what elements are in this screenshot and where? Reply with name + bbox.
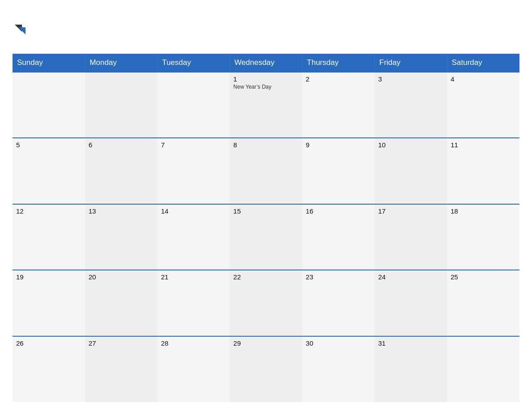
day-number: 28	[161, 339, 226, 347]
calendar-cell: 11	[447, 138, 519, 204]
day-number: 10	[378, 141, 444, 149]
calendar-cell: 23	[302, 270, 375, 336]
calendar-cell: 24	[375, 270, 447, 336]
logo-icon	[14, 23, 26, 35]
calendar-cell: 4	[447, 72, 519, 138]
calendar-page: SundayMondayTuesdayWednesdayThursdayFrid…	[0, 0, 532, 411]
day-number: 19	[16, 273, 82, 281]
weekday-header-thursday: Thursday	[302, 54, 375, 72]
calendar-cell: 25	[447, 270, 519, 336]
day-number: 12	[16, 207, 82, 215]
weekday-header-row: SundayMondayTuesdayWednesdayThursdayFrid…	[13, 54, 519, 72]
calendar-week-row: 19202122232425	[13, 270, 519, 336]
weekday-header-sunday: Sunday	[13, 54, 85, 72]
calendar-cell: 14	[157, 204, 230, 270]
calendar-cell: 20	[85, 270, 158, 336]
day-number: 26	[16, 339, 82, 347]
calendar-cell: 9	[302, 138, 375, 204]
day-number: 1	[233, 75, 299, 83]
day-number: 30	[306, 339, 371, 347]
calendar-cell: 17	[375, 204, 447, 270]
day-number: 9	[306, 141, 371, 149]
day-number: 31	[378, 339, 444, 347]
day-number: 24	[378, 273, 444, 281]
calendar-cell: 31	[375, 336, 447, 402]
weekday-header-monday: Monday	[85, 54, 158, 72]
calendar-cell: 1New Year’s Day	[230, 72, 302, 138]
calendar-cell: 6	[85, 138, 158, 204]
calendar-cell: 13	[85, 204, 158, 270]
calendar-cell: 28	[157, 336, 230, 402]
day-number: 29	[233, 339, 299, 347]
calendar-cell: 18	[447, 204, 519, 270]
calendar-cell: 12	[13, 204, 85, 270]
calendar-cell: 2	[302, 72, 375, 138]
calendar-cell: 27	[85, 336, 158, 402]
calendar-cell: 15	[230, 204, 302, 270]
calendar-cell: 3	[375, 72, 447, 138]
calendar-cell	[447, 336, 519, 402]
logo-triangle-icon	[14, 23, 26, 35]
day-number: 16	[306, 207, 371, 215]
day-number: 13	[89, 207, 154, 215]
day-number: 11	[450, 141, 516, 149]
calendar-cell	[13, 72, 85, 138]
day-number: 2	[306, 75, 371, 83]
calendar-week-row: 262728293031	[13, 336, 519, 402]
day-number: 17	[378, 207, 444, 215]
calendar-cell: 8	[230, 138, 302, 204]
calendar-cell: 29	[230, 336, 302, 402]
day-number: 22	[233, 273, 299, 281]
calendar-cell: 16	[302, 204, 375, 270]
svg-marker-1	[18, 27, 26, 34]
calendar-cell: 30	[302, 336, 375, 402]
calendar-week-row: 12131415161718	[13, 204, 519, 270]
weekday-header-wednesday: Wednesday	[230, 54, 302, 72]
calendar-cell: 7	[157, 138, 230, 204]
calendar-week-row: 1New Year’s Day234	[13, 72, 519, 138]
day-number: 15	[233, 207, 299, 215]
calendar-cell: 21	[157, 270, 230, 336]
day-number: 4	[450, 75, 516, 83]
calendar-cell	[85, 72, 158, 138]
calendar-cell: 19	[13, 270, 85, 336]
day-number: 14	[161, 207, 226, 215]
day-number: 23	[306, 273, 371, 281]
day-number: 3	[378, 75, 444, 83]
day-number: 7	[161, 141, 226, 149]
weekday-header-tuesday: Tuesday	[157, 54, 230, 72]
calendar-cell: 26	[13, 336, 85, 402]
calendar-week-row: 567891011	[13, 138, 519, 204]
logo	[13, 23, 26, 36]
day-number: 5	[16, 141, 82, 149]
day-number: 8	[233, 141, 299, 149]
day-number: 27	[89, 339, 154, 347]
day-number: 6	[89, 141, 154, 149]
holiday-label: New Year’s Day	[233, 84, 299, 90]
calendar-cell	[157, 72, 230, 138]
header	[13, 9, 519, 49]
weekday-header-saturday: Saturday	[447, 54, 519, 72]
day-number: 21	[161, 273, 226, 281]
day-number: 25	[450, 273, 516, 281]
weekday-header-friday: Friday	[375, 54, 447, 72]
calendar-cell: 10	[375, 138, 447, 204]
day-number: 20	[89, 273, 154, 281]
day-number: 18	[450, 207, 516, 215]
calendar-table: SundayMondayTuesdayWednesdayThursdayFrid…	[13, 54, 519, 402]
calendar-cell: 22	[230, 270, 302, 336]
calendar-cell: 5	[13, 138, 85, 204]
